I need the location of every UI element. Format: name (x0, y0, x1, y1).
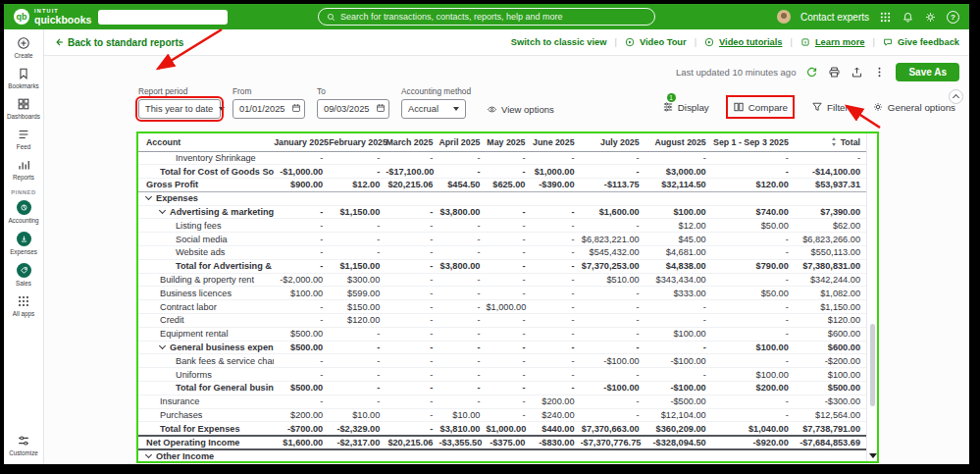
sidebar-item-reports[interactable]: Reports (7, 158, 40, 181)
sidebar-item-dashboards[interactable]: Dashboards (7, 97, 40, 120)
column-header[interactable]: Sep 1 - Sep 3 2025 (712, 133, 795, 151)
column-header[interactable]: May 2025 (486, 133, 531, 151)
compare-button[interactable]: Compare (729, 98, 792, 116)
settings-gear-icon[interactable] (924, 11, 937, 24)
account-cell[interactable]: Business licences (138, 287, 274, 300)
help-icon[interactable]: ? (947, 11, 959, 24)
account-cell[interactable]: Total for Advertising & m... (138, 259, 274, 273)
save-as-button[interactable]: Save As (896, 63, 959, 81)
account-cell[interactable]: Equipment rental (138, 327, 274, 341)
value-cell: $1,040.00 (712, 422, 795, 436)
column-header[interactable]: August 2025 (645, 133, 712, 151)
column-header[interactable]: July 2025 (581, 133, 645, 151)
account-cell[interactable]: Other Income (138, 449, 274, 461)
more-options-kebab-icon[interactable] (873, 66, 886, 79)
column-header[interactable]: April 2025 (438, 133, 486, 151)
account-name: Inventory Shrinkage (176, 153, 256, 163)
apps-grid-icon[interactable] (879, 11, 892, 24)
account-cell[interactable]: Advertising & marketing (138, 205, 274, 219)
accounting-method-value: Accrual (408, 104, 438, 114)
value-cell: $625.00 (486, 179, 531, 192)
sidebar-item-accounting[interactable]: Accounting (8, 200, 38, 224)
general-options-button[interactable]: General options (868, 98, 959, 116)
printer-icon[interactable] (828, 66, 841, 79)
sidebar-item-all-apps[interactable]: All apps (13, 294, 34, 317)
app-window: qb INTUIT quickbooks Contact experts ? C… (4, 4, 969, 464)
scroll-down-arrow[interactable] (869, 453, 877, 458)
learn-more-link[interactable]: Learn more (800, 37, 865, 48)
value-cell: - (274, 395, 329, 408)
collapse-panel-button[interactable] (949, 89, 963, 104)
display-button[interactable]: 1 Display (658, 98, 713, 116)
account-cell[interactable]: Social media (138, 233, 274, 246)
account-name: Expenses (156, 193, 198, 203)
value-cell: - (486, 368, 531, 382)
export-icon[interactable] (851, 66, 863, 79)
video-tutorials-link[interactable]: Video tutorials (704, 37, 782, 48)
account-cell[interactable]: Website ads (138, 246, 274, 260)
column-header[interactable]: Account (138, 133, 274, 151)
account-cell[interactable]: Expenses (138, 191, 274, 205)
sidebar-item-expenses[interactable]: Expenses (8, 232, 38, 255)
account-cell[interactable]: Gross Profit (138, 179, 274, 192)
account-cell[interactable]: Net Operating Income (138, 436, 274, 449)
table-header-row: AccountJanuary 2025February 2025March 20… (138, 133, 866, 151)
sidebar-item-create[interactable]: Create (7, 36, 40, 59)
accounting-method-select[interactable]: Accrual (401, 99, 466, 119)
value-cell: $900.00 (274, 179, 329, 192)
table-row: Net Operating Income$1,600.00-$2,317.00$… (138, 436, 866, 449)
account-name: Net Operating Income (146, 438, 239, 448)
to-date-input[interactable]: 09/03/2025 (317, 99, 389, 119)
account-cell[interactable]: General business expenses (138, 341, 274, 354)
quickbooks-logo-icon[interactable]: qb (14, 9, 29, 25)
sidebar-item-customize[interactable]: Customize (4, 434, 43, 456)
column-header[interactable]: Total (795, 133, 866, 151)
value-cell: - (581, 165, 645, 179)
contact-experts-link[interactable]: Contact experts (800, 12, 869, 23)
account-name: Total for Advertising & m... (176, 261, 274, 271)
switch-to-classic-view-link[interactable]: Switch to classic view (511, 37, 607, 47)
give-feedback-link[interactable]: Give feedback (883, 37, 959, 48)
value-cell: - (438, 287, 486, 300)
account-cell[interactable]: Credit (138, 314, 274, 328)
report-period-select[interactable]: This year to date (138, 99, 221, 119)
chevron-down-icon[interactable] (145, 451, 152, 458)
scrollbar-thumb[interactable] (870, 324, 875, 406)
account-cell[interactable]: Contract labor (138, 300, 274, 314)
column-header[interactable]: June 2025 (531, 133, 580, 151)
value-cell: - (438, 382, 486, 395)
notifications-bell-icon[interactable] (902, 11, 914, 24)
account-cell[interactable]: Inventory Shrinkage (138, 151, 274, 165)
video-tour-link[interactable]: Video Tour (625, 37, 687, 48)
column-header[interactable]: March 2025 (386, 133, 438, 151)
account-cell[interactable]: Purchases (138, 408, 274, 422)
view-options-button[interactable]: View options (487, 99, 554, 119)
sidebar-item-bookmarks[interactable]: Bookmarks (7, 67, 40, 89)
from-date-input[interactable]: 01/01/2025 (232, 99, 305, 119)
account-cell[interactable]: Total for Cost of Goods Sold (138, 165, 274, 179)
chevron-down-icon[interactable] (159, 342, 166, 349)
value-cell (712, 191, 795, 205)
account-cell[interactable]: Building & property rent (138, 273, 274, 287)
sidebar-item-sales[interactable]: Sales (8, 263, 38, 287)
chevron-down-icon[interactable] (145, 193, 152, 200)
search-input[interactable] (340, 12, 646, 22)
table-scrollbar[interactable] (866, 133, 877, 461)
refresh-icon[interactable] (805, 66, 818, 79)
column-header[interactable]: February 2025 (329, 133, 386, 151)
filter-button[interactable]: Filter (807, 98, 852, 116)
account-cell[interactable]: Uniforms (138, 368, 274, 382)
chevron-down-icon[interactable] (159, 207, 166, 214)
account-cell[interactable]: Total for General busines... (138, 382, 274, 395)
account-cell[interactable]: Bank fees & service charges (138, 354, 274, 368)
account-cell[interactable]: Insurance (138, 395, 274, 408)
topbar-white-box[interactable] (98, 10, 228, 25)
column-header[interactable]: January 2025 (274, 133, 329, 151)
sidebar-item-feed[interactable]: Feed (7, 128, 40, 150)
account-name: Building & property rent (160, 275, 254, 285)
account-cell[interactable]: Listing fees (138, 219, 274, 233)
avatar[interactable] (777, 10, 791, 24)
back-to-standard-reports-link[interactable]: Back to standard reports (54, 37, 183, 48)
account-cell[interactable]: Total for Expenses (138, 422, 274, 436)
value-cell: $7,380,831.00 (795, 259, 866, 273)
